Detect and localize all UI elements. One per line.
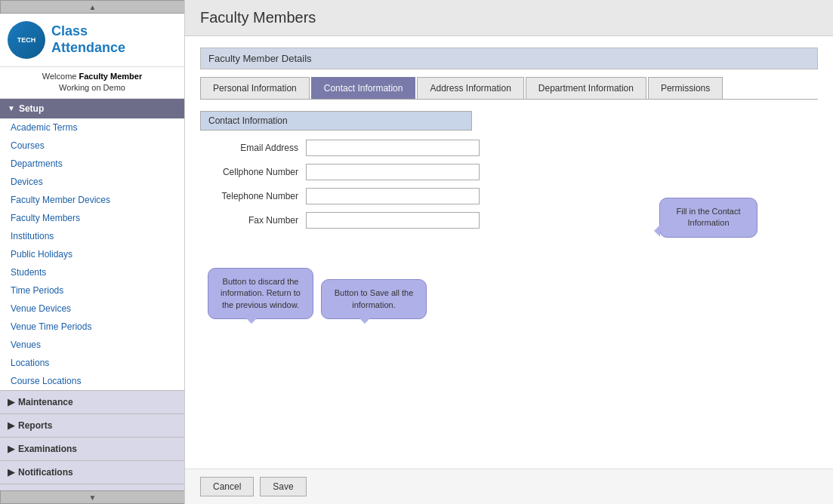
telephone-input[interactable] — [306, 188, 480, 204]
save-tooltip-arrow — [359, 318, 370, 329]
sidebar-item-venues[interactable]: Venues — [0, 336, 184, 354]
reports-arrow-icon: ▶ — [8, 420, 14, 431]
cellphone-input[interactable] — [306, 164, 480, 180]
email-label: Email Address — [200, 143, 306, 153]
fax-input[interactable] — [306, 212, 480, 229]
setup-section[interactable]: ▼ Setup — [0, 99, 184, 118]
maintenance-arrow-icon: ▶ — [8, 397, 14, 407]
tab-permissions[interactable]: Permissions — [648, 77, 723, 99]
app-header: TECH ClassAttendance — [0, 14, 184, 67]
sidebar-item-devices[interactable]: Devices — [0, 173, 184, 191]
email-row: Email Address — [200, 140, 818, 156]
sidebar: ▲ TECH ClassAttendance Welcome Faculty M… — [0, 0, 185, 504]
fax-label: Fax Number — [200, 215, 306, 226]
sidebar-item-faculty-members[interactable]: Faculty Members — [0, 209, 184, 227]
logo-text: TECH — [17, 36, 36, 44]
welcome-text: Welcome Faculty MemberWorking on Demo — [0, 67, 184, 99]
examinations-section[interactable]: ▶ Examinations — [0, 437, 184, 460]
setup-arrow-icon: ▼ — [8, 104, 15, 112]
sidebar-item-institutions[interactable]: Institutions — [0, 227, 184, 245]
sidebar-item-venue-devices[interactable]: Venue Devices — [0, 300, 184, 318]
sidebar-item-locations[interactable]: Locations — [0, 354, 184, 372]
cellphone-row: Cellphone Number — [200, 164, 818, 180]
sidebar-item-venue-time-periods[interactable]: Venue Time Periods — [0, 318, 184, 336]
reports-section[interactable]: ▶ Reports — [0, 413, 184, 437]
save-tooltip: Button to Save all the information. — [321, 279, 427, 319]
form-container: Contact Information Email Address Cellph… — [200, 111, 818, 229]
fill-contact-tooltip: Fill in the Contact Information — [659, 198, 757, 238]
scroll-up-button[interactable]: ▲ — [0, 0, 185, 14]
notifications-label: Notifications — [18, 467, 73, 478]
app-title: ClassAttendance — [51, 23, 125, 56]
tab-department-information[interactable]: Department Information — [526, 77, 646, 99]
cancel-button[interactable]: Cancel — [200, 477, 254, 496]
form-section-header: Contact Information — [200, 111, 472, 131]
maintenance-label: Maintenance — [18, 397, 73, 407]
section-header: Faculty Member Details — [200, 48, 818, 69]
notifications-section[interactable]: ▶ Notifications — [0, 460, 184, 484]
sidebar-nav: ▼ Setup Academic Terms Courses Departmen… — [0, 99, 184, 490]
save-button[interactable]: Save — [260, 477, 306, 496]
content-area: Faculty Member Details Personal Informat… — [185, 36, 833, 469]
maintenance-section[interactable]: ▶ Maintenance — [0, 390, 184, 413]
sidebar-item-courses[interactable]: Courses — [0, 137, 184, 155]
sidebar-item-students[interactable]: Students — [0, 263, 184, 281]
tab-bar: Personal Information Contact Information… — [200, 77, 818, 100]
email-input[interactable] — [306, 140, 480, 156]
reports-label: Reports — [18, 420, 52, 431]
sidebar-item-course-locations[interactable]: Course Locations — [0, 372, 184, 390]
tab-personal-information[interactable]: Personal Information — [200, 77, 310, 99]
events-section[interactable]: ▶ Events — [0, 484, 184, 490]
sidebar-item-public-holidays[interactable]: Public Holidays — [0, 245, 184, 263]
sidebar-item-academic-terms[interactable]: Academic Terms — [0, 118, 184, 137]
tab-address-information[interactable]: Address Information — [417, 77, 523, 99]
examinations-arrow-icon: ▶ — [8, 444, 14, 454]
footer-buttons: Cancel Save — [185, 469, 833, 504]
cancel-tooltip-arrow — [246, 318, 257, 329]
notifications-arrow-icon: ▶ — [8, 467, 14, 478]
main-content: Faculty Members Faculty Member Details P… — [185, 0, 833, 504]
setup-label: Setup — [19, 103, 44, 114]
page-header: Faculty Members — [185, 0, 833, 36]
tab-contact-information[interactable]: Contact Information — [311, 77, 416, 99]
page-title: Faculty Members — [200, 9, 316, 26]
scroll-down-button[interactable]: ▼ — [0, 490, 185, 504]
sidebar-item-departments[interactable]: Departments — [0, 155, 184, 173]
sidebar-item-time-periods[interactable]: Time Periods — [0, 281, 184, 300]
cancel-tooltip: Button to discard the information. Retur… — [208, 268, 313, 319]
telephone-label: Telephone Number — [200, 191, 306, 201]
cellphone-label: Cellphone Number — [200, 167, 306, 177]
app-logo: TECH — [8, 21, 45, 59]
sidebar-item-faculty-member-devices[interactable]: Faculty Member Devices — [0, 191, 184, 209]
examinations-label: Examinations — [18, 444, 77, 454]
